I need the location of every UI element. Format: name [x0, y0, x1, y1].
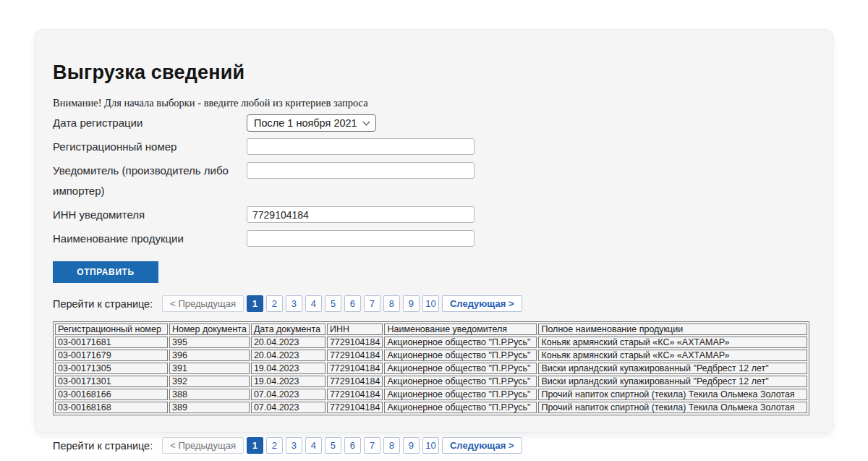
table-cell: Коньяк армянский старый «КС» «АХТАМАР»	[538, 337, 807, 348]
previous-page-button[interactable]: < Предыдущая	[162, 437, 244, 454]
results-table-wrap: Регистрационный номер Номер документа Да…	[53, 321, 815, 415]
page-button-3[interactable]: 3	[286, 437, 302, 454]
page-button-8[interactable]: 8	[383, 437, 400, 454]
table-cell: Акционерное общество "П.Р.Русь"	[384, 363, 537, 374]
registration-number-input[interactable]	[247, 138, 475, 155]
header-document-date: Дата документа	[251, 323, 326, 335]
table-cell: 07.04.2023	[251, 402, 326, 413]
table-cell: 389	[169, 402, 250, 413]
table-header-row: Регистрационный номер Номер документа Да…	[55, 323, 807, 335]
header-document-number: Номер документа	[169, 323, 250, 335]
table-cell: Прочий напиток спиртной (текила) Текила …	[538, 402, 807, 413]
page-button-9[interactable]: 9	[403, 437, 420, 454]
form-row-registration-date: Дата регистрации После 1 ноября 2021	[53, 113, 815, 133]
notifier-input[interactable]	[247, 162, 475, 179]
table-cell: 03-00168168	[55, 402, 168, 413]
table-row: 03-0016816638807.04.20237729104184Акцион…	[55, 389, 807, 400]
form-row-registration-number: Регистрационный номер	[53, 137, 815, 157]
pagination-top: Перейти к странице: < Предыдущая 1234567…	[53, 295, 815, 312]
table-cell: 20.04.2023	[251, 337, 326, 348]
table-cell: Акционерное общество "П.Р.Русь"	[384, 376, 537, 387]
table-cell: Коньяк армянский старый «КС» «АХТАМАР»	[538, 350, 807, 361]
pagination-pages: 12345678910	[247, 295, 439, 312]
page-button-1[interactable]: 1	[247, 437, 263, 454]
table-row: 03-0017168139520.04.20237729104184Акцион…	[55, 337, 807, 348]
page-button-1[interactable]: 1	[247, 295, 263, 312]
inn-input[interactable]	[247, 206, 475, 223]
notice-text: Внимание! Для начала выборки - введите л…	[53, 97, 815, 109]
chevron-down-icon	[362, 118, 370, 125]
table-cell: 7729104184	[327, 376, 383, 387]
page-button-7[interactable]: 7	[364, 437, 380, 454]
table-row: 03-0017167939620.04.20237729104184Акцион…	[55, 350, 807, 361]
table-cell: Акционерное общество "П.Р.Русь"	[384, 350, 537, 361]
form-row-product-name: Наименование продукции	[53, 229, 815, 249]
pagination-pages: 12345678910	[247, 437, 439, 454]
page-button-7[interactable]: 7	[364, 295, 380, 312]
pagination-label: Перейти к странице:	[53, 440, 153, 452]
table-cell: 03-00171305	[55, 363, 168, 374]
table-cell: 391	[169, 363, 250, 374]
table-row: 03-0016816838907.04.20237729104184Акцион…	[55, 402, 807, 413]
page-button-10[interactable]: 10	[422, 437, 439, 454]
results-table: Регистрационный номер Номер документа Да…	[53, 321, 809, 415]
page-title: Выгрузка сведений	[53, 62, 815, 84]
table-cell: Виски ирландский купажированный "Редбрес…	[538, 376, 807, 387]
table-cell: Акционерное общество "П.Р.Русь"	[384, 337, 537, 348]
table-cell: Акционерное общество "П.Р.Русь"	[384, 402, 537, 413]
page-button-2[interactable]: 2	[266, 295, 283, 312]
table-cell: 19.04.2023	[251, 376, 326, 387]
page-button-10[interactable]: 10	[422, 295, 439, 312]
previous-page-button[interactable]: < Предыдущая	[162, 295, 244, 312]
page-button-3[interactable]: 3	[286, 295, 302, 312]
page-button-6[interactable]: 6	[344, 295, 361, 312]
product-name-input[interactable]	[247, 230, 475, 247]
table-cell: 396	[169, 350, 250, 361]
page-button-4[interactable]: 4	[305, 437, 322, 454]
table-cell: 03-00168166	[55, 389, 168, 400]
form-row-inn: ИНН уведомителя	[53, 205, 815, 225]
table-cell: 388	[169, 389, 250, 400]
page-button-8[interactable]: 8	[383, 295, 400, 312]
registration-date-select[interactable]: После 1 ноября 2021	[247, 114, 376, 132]
page-button-9[interactable]: 9	[403, 295, 420, 312]
form-row-notifier: Уведомитель (производитель либо импортер…	[53, 161, 815, 201]
table-cell: 03-00171301	[55, 376, 168, 387]
table-cell: 03-00171679	[55, 350, 168, 361]
header-notifier-name: Наименование уведомителя	[384, 323, 537, 335]
search-form: Дата регистрации После 1 ноября 2021 Рег…	[53, 113, 815, 283]
registration-number-label: Регистрационный номер	[53, 137, 247, 157]
product-name-label: Наименование продукции	[53, 229, 247, 249]
table-cell: 19.04.2023	[251, 363, 326, 374]
table-cell: 7729104184	[327, 402, 383, 413]
notifier-label: Уведомитель (производитель либо импортер…	[53, 161, 247, 201]
table-body: 03-0017168139520.04.20237729104184Акцион…	[55, 337, 807, 413]
page-button-4[interactable]: 4	[305, 295, 322, 312]
table-cell: 20.04.2023	[251, 350, 326, 361]
header-product-full-name: Полное наименование продукции	[538, 323, 807, 335]
pagination-label: Перейти к странице:	[53, 298, 153, 310]
table-cell: 7729104184	[327, 350, 383, 361]
submit-button[interactable]: ОТПРАВИТЬ	[53, 261, 158, 283]
table-cell: 07.04.2023	[251, 389, 326, 400]
table-cell: 395	[169, 337, 250, 348]
page-button-5[interactable]: 5	[325, 295, 341, 312]
table-cell: 7729104184	[327, 363, 383, 374]
table-cell: Виски ирландский купажированный "Редбрес…	[538, 363, 807, 374]
content-card: Выгрузка сведений Внимание! Для начала в…	[35, 29, 833, 433]
page-button-5[interactable]: 5	[325, 437, 341, 454]
next-page-button[interactable]: Следующая >	[442, 437, 522, 454]
page-button-6[interactable]: 6	[344, 437, 361, 454]
table-cell: 392	[169, 376, 250, 387]
registration-date-selected-value: После 1 ноября 2021	[254, 117, 357, 129]
page-button-2[interactable]: 2	[266, 437, 283, 454]
next-page-button[interactable]: Следующая >	[442, 295, 522, 312]
table-cell: 7729104184	[327, 337, 383, 348]
table-cell: 03-00171681	[55, 337, 168, 348]
table-row: 03-0017130139219.04.20237729104184Акцион…	[55, 376, 807, 387]
header-registration-number: Регистрационный номер	[55, 323, 168, 335]
inn-label: ИНН уведомителя	[53, 205, 247, 225]
table-cell: Прочий напиток спиртной (текила) Текила …	[538, 389, 807, 400]
pagination-bottom: Перейти к странице: < Предыдущая 1234567…	[53, 437, 815, 454]
table-row: 03-0017130539119.04.20237729104184Акцион…	[55, 363, 807, 374]
